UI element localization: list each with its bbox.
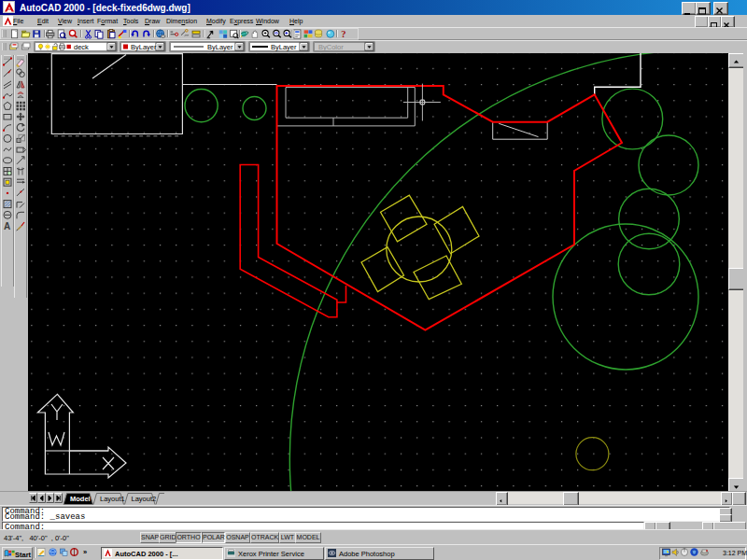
svg-text:ByLayer: ByLayer	[271, 43, 297, 51]
svg-text:ByLayer: ByLayer	[207, 43, 233, 51]
svg-text:Command: _saveas: Command: _saveas	[5, 512, 85, 521]
svg-text:?: ?	[341, 29, 345, 39]
svg-text:Layout1: Layout1	[100, 495, 125, 503]
svg-text:Layout2: Layout2	[132, 495, 157, 503]
svg-text:ByLayer: ByLayer	[131, 43, 157, 51]
svg-text:ByColor: ByColor	[318, 43, 344, 51]
svg-text:A: A	[4, 221, 10, 231]
svg-text:Model: Model	[70, 495, 91, 503]
svg-text:deck: deck	[74, 43, 89, 51]
